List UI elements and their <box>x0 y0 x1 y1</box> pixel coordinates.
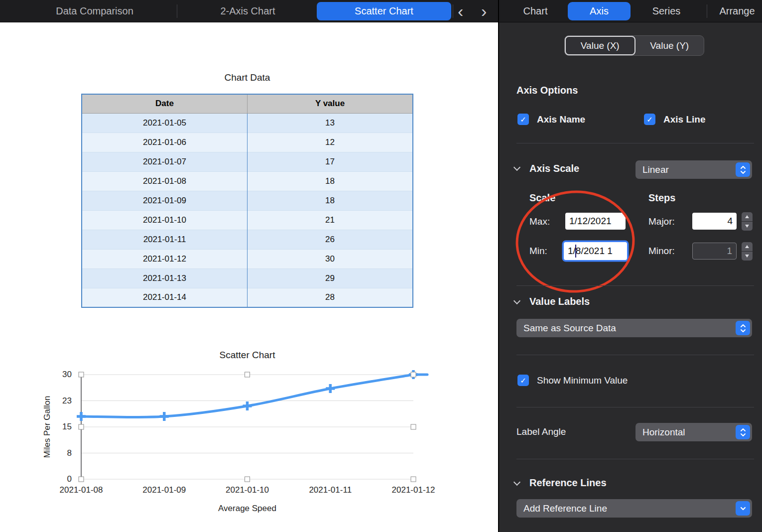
down-arrow-icon <box>745 225 749 228</box>
tab-2-axis-chart[interactable]: 2-Axis Chart <box>199 0 296 22</box>
popup-arrows-icon <box>736 321 750 335</box>
table-cell[interactable]: 12 <box>248 133 413 152</box>
table-cell[interactable]: 18 <box>248 171 413 191</box>
max-label: Max: <box>529 216 550 227</box>
x-axis-title: Average Speed <box>81 504 413 514</box>
reference-lines-disclosure-icon[interactable] <box>513 479 520 486</box>
selection-handle[interactable] <box>411 477 416 482</box>
show-minimum-checkbox[interactable]: ✓ <box>517 375 529 386</box>
inspector-tabs-bar: Chart Axis Series Arrange <box>499 0 762 22</box>
next-chart-tab-button[interactable]: › <box>478 0 490 22</box>
table-cell[interactable]: 2021-01-05 <box>82 113 248 133</box>
axis-scale-disclosure-icon[interactable] <box>513 164 520 171</box>
table-cell[interactable]: 26 <box>248 230 413 249</box>
table-cell[interactable]: 28 <box>248 288 413 307</box>
axis-name-label: Axis Name <box>537 114 585 125</box>
min-value-field[interactable]: 1/8/2021 1 <box>564 242 627 260</box>
y-tick-label: 0 <box>50 474 72 484</box>
chart-tabs-bar: Data Comparison 2-Axis Chart Scatter Cha… <box>0 0 498 22</box>
tab-separator <box>177 4 177 18</box>
y-tick-label: 8 <box>50 448 72 458</box>
chart-plot[interactable] <box>70 369 438 488</box>
table-cell[interactable]: 18 <box>248 191 413 210</box>
table-cell[interactable]: 2021-01-09 <box>82 191 248 210</box>
table-row: 2021-01-1428 <box>82 288 413 307</box>
segment-value-y[interactable]: Value (Y) <box>635 36 704 55</box>
table-cell[interactable]: 2021-01-13 <box>82 268 248 288</box>
inspector-tab-axis[interactable]: Axis <box>568 2 631 20</box>
major-stepper <box>742 212 753 231</box>
series-line[interactable] <box>81 375 427 417</box>
selection-handle[interactable] <box>245 477 250 482</box>
stepper-up-button[interactable] <box>742 212 753 221</box>
selection-handle[interactable] <box>411 424 416 429</box>
text-caret <box>575 245 576 258</box>
selection-handle[interactable] <box>79 424 84 429</box>
value-labels-disclosure-icon[interactable] <box>513 297 520 304</box>
table-row: 2021-01-0918 <box>82 191 413 210</box>
stepper-down-button[interactable] <box>742 222 753 231</box>
axis-name-checkbox[interactable]: ✓ <box>517 114 529 125</box>
table-cell[interactable]: 2021-01-06 <box>82 133 248 152</box>
value-labels-dropdown[interactable]: Same as Source Data <box>516 319 752 337</box>
chart-data-table[interactable]: DateY value 2021-01-05132021-01-06122021… <box>81 94 413 308</box>
minor-value-text: 1 <box>727 246 732 257</box>
checkmark-icon: ✓ <box>646 115 653 124</box>
segment-value-x[interactable]: Value (X) <box>565 36 635 55</box>
popup-arrows-icon <box>736 162 750 177</box>
annotation-ellipse <box>513 188 636 295</box>
table-cell[interactable]: 2021-01-11 <box>82 230 248 249</box>
table-cell[interactable]: 29 <box>248 268 413 288</box>
chart-title: Scatter Chart <box>81 350 413 361</box>
table-header-cell[interactable]: Date <box>82 94 248 113</box>
tab-separator <box>453 4 453 18</box>
table-cell[interactable]: 21 <box>248 210 413 230</box>
table-cell[interactable]: 17 <box>248 152 413 171</box>
table-header-row: DateY value <box>82 94 413 113</box>
y-tick-label: 23 <box>50 396 72 406</box>
inspector-tab-chart[interactable]: Chart <box>518 0 553 22</box>
max-value-text: 1/12/2021 <box>569 216 612 227</box>
table-cell[interactable]: 2021-01-08 <box>82 171 248 191</box>
axis-options-title: Axis Options <box>516 85 578 96</box>
major-steps-field[interactable]: 4 <box>692 213 737 230</box>
tab-scatter-chart[interactable]: Scatter Chart <box>317 2 451 20</box>
stepper-up-button[interactable] <box>742 242 753 251</box>
selection-handle[interactable] <box>411 372 416 377</box>
label-angle-dropdown[interactable]: Horizontal <box>635 423 752 441</box>
steps-heading: Steps <box>648 192 675 204</box>
axis-line-checkbox[interactable]: ✓ <box>644 114 655 125</box>
table-header-cell[interactable]: Y value <box>248 94 413 113</box>
table-cell[interactable]: 30 <box>248 249 413 268</box>
add-reference-line-dropdown[interactable]: Add Reference Line <box>516 499 752 518</box>
up-arrow-icon <box>745 245 749 248</box>
selection-handle[interactable] <box>79 372 84 377</box>
x-tick-label: 2021-01-09 <box>127 485 202 495</box>
axis-scale-dropdown[interactable]: Linear <box>635 160 752 179</box>
prev-chart-tab-button[interactable]: ‹ <box>455 0 466 22</box>
table-cell[interactable]: 2021-01-07 <box>82 152 248 171</box>
selection-handle[interactable] <box>79 477 84 482</box>
max-value-field[interactable]: 1/12/2021 <box>565 213 626 230</box>
show-minimum-label: Show Minimum Value <box>537 375 628 386</box>
table-cell[interactable]: 13 <box>248 113 413 133</box>
pulldown-arrow-icon <box>736 501 750 516</box>
table-cell[interactable]: 2021-01-10 <box>82 210 248 230</box>
inspector-tab-series[interactable]: Series <box>646 0 686 22</box>
section-divider <box>516 355 754 355</box>
selection-handle[interactable] <box>245 372 250 377</box>
stepper-down-button[interactable] <box>742 252 753 261</box>
table-cell[interactable]: 2021-01-14 <box>82 288 248 307</box>
section-divider <box>516 143 754 143</box>
tab-data-comparison[interactable]: Data Comparison <box>35 0 154 22</box>
table-row: 2021-01-0818 <box>82 171 413 191</box>
scatter-chart[interactable] <box>70 369 438 488</box>
inspector-tab-arrange[interactable]: Arrange <box>713 0 761 22</box>
popup-arrows-icon <box>736 425 750 439</box>
minor-steps-field[interactable]: 1 <box>692 243 737 260</box>
major-value-text: 4 <box>727 216 733 227</box>
table-cell[interactable]: 2021-01-12 <box>82 249 248 268</box>
minor-label: Minor: <box>648 246 675 257</box>
reference-lines-title: Reference Lines <box>529 477 607 489</box>
tab-separator <box>707 4 707 18</box>
